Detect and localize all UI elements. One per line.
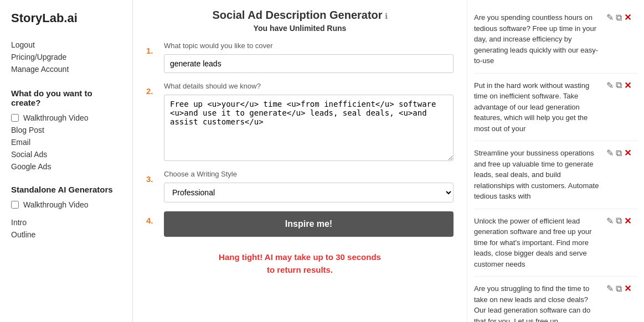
step4-row: 4. Inspire me! [146,211,454,237]
standalone-walkthrough-item[interactable]: Walkthrough Video [11,199,121,211]
result-text: Unlock the power of efficient lead gener… [474,216,602,270]
step2-number: 2. [146,82,157,96]
topic-input[interactable] [164,54,454,73]
result-text: Are you struggling to find the time to t… [474,283,602,322]
logout-link[interactable]: Logout [11,39,121,51]
result-actions: ✎⧉✕ [606,80,637,91]
edit-icon[interactable]: ✎ [606,216,614,226]
copy-icon[interactable]: ⧉ [616,13,622,23]
page-title: Social Ad Description Generator [213,9,383,21]
info-icon[interactable]: ℹ [385,12,388,20]
step4-number: 4. [146,211,157,225]
standalone-walkthrough-label: Walkthrough Video [23,200,89,209]
manage-account-link[interactable]: Manage Account [11,63,121,75]
step2-label: What details should we know? [164,82,454,90]
copy-icon[interactable]: ⧉ [616,80,622,90]
form: 1. What topic would you like to cover 2.… [146,41,454,276]
hang-tight-line1: Hang tight! AI may take up to 30 seconds [146,251,454,264]
details-textarea[interactable]: Free up <u>your</u> time <u>from ineffic… [164,95,454,161]
pricing-link[interactable]: Pricing/Upgrade [11,51,121,63]
walkthrough-video-checkbox[interactable] [11,114,19,122]
outline-link[interactable]: Outline [11,228,121,241]
inspire-button[interactable]: Inspire me! [164,211,454,237]
edit-icon[interactable]: ✎ [606,283,614,294]
standalone-title: Standalone AI Generators [11,185,121,194]
result-actions: ✎⧉✕ [606,216,637,226]
hang-tight-line2: to return results. [146,264,454,277]
blog-post-link[interactable]: Blog Post [11,124,121,136]
step3-label: Choose a Writing Style [164,170,454,178]
edit-icon[interactable]: ✎ [606,148,614,158]
google-ads-link[interactable]: Google Ads [11,160,121,173]
result-actions: ✎⧉✕ [606,283,637,294]
walkthrough-video-label: Walkthrough Video [23,113,89,122]
nav-links: Logout Pricing/Upgrade Manage Account [11,39,121,75]
unlimited-runs-badge: You have Unlimited Runs [146,24,454,33]
social-ads-link[interactable]: Social Ads [11,148,121,160]
walkthrough-video-item[interactable]: Walkthrough Video [11,112,121,124]
edit-icon[interactable]: ✎ [606,12,614,23]
result-item: Streamline your bussiness operations and… [474,141,637,209]
step2-row: 2. What details should we know? Free up … [146,82,454,161]
copy-icon[interactable]: ⧉ [616,216,622,226]
delete-icon[interactable]: ✕ [624,283,631,294]
writing-style-select[interactable]: Professional Casual Formal Persuasive [164,183,454,202]
result-item: Are you struggling to find the time to t… [474,277,637,322]
logo: StoryLab.ai [11,11,121,25]
email-link[interactable]: Email [11,136,121,148]
step3-row: 3. Choose a Writing Style Professional C… [146,170,454,202]
step2-group: What details should we know? Free up <u>… [164,82,454,161]
what-create-title: What do you want to create? [11,89,121,107]
sidebar: StoryLab.ai Logout Pricing/Upgrade Manag… [0,0,133,322]
delete-icon[interactable]: ✕ [624,12,631,23]
edit-icon[interactable]: ✎ [606,80,614,91]
results-panel: Are you spending countless hours on tedi… [467,0,644,322]
delete-icon[interactable]: ✕ [624,216,631,226]
step3-number: 3. [146,170,157,184]
hang-tight-message: Hang tight! AI may take up to 30 seconds… [146,251,454,276]
result-text: Are you spending countless hours on tedi… [474,12,602,66]
main-content: Social Ad Description Generator ℹ You ha… [133,0,467,322]
step4-group: Inspire me! [164,211,454,237]
sub-links: Intro Outline [11,216,121,241]
delete-icon[interactable]: ✕ [624,80,631,91]
result-actions: ✎⧉✕ [606,12,637,23]
copy-icon[interactable]: ⧉ [616,284,622,294]
step1-group: What topic would you like to cover [164,41,454,73]
result-item: Unlock the power of efficient lead gener… [474,209,637,277]
result-text: Put in the hard work without wasting tim… [474,80,602,134]
step1-number: 1. [146,41,157,55]
result-actions: ✎⧉✕ [606,148,637,158]
result-item: Put in the hard work without wasting tim… [474,74,637,142]
result-item: Are you spending countless hours on tedi… [474,6,637,74]
standalone-section: Standalone AI Generators Walkthrough Vid… [11,185,121,241]
intro-link[interactable]: Intro [11,216,121,228]
step3-group: Choose a Writing Style Professional Casu… [164,170,454,202]
standalone-walkthrough-checkbox[interactable] [11,201,19,209]
step1-row: 1. What topic would you like to cover [146,41,454,73]
delete-icon[interactable]: ✕ [624,148,631,158]
step1-label: What topic would you like to cover [164,41,454,50]
result-text: Streamline your bussiness operations and… [474,148,602,202]
copy-icon[interactable]: ⧉ [616,148,622,158]
